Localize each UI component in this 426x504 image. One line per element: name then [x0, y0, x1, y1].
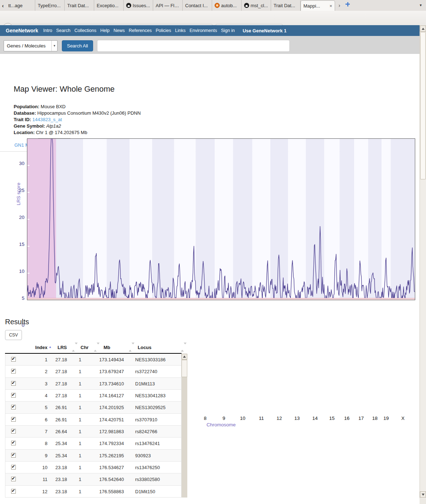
tab-title: Issues...: [133, 3, 150, 8]
row-checkbox[interactable]: [11, 477, 16, 481]
cell-chr: 1: [79, 381, 81, 386]
vertical-scrollbar[interactable]: [420, 25, 426, 498]
cell-mb: 174.201925: [99, 405, 124, 410]
row-checkbox[interactable]: [11, 405, 16, 409]
cell-locus: rs3707910: [135, 417, 157, 422]
x-tick-label: 8: [200, 416, 211, 421]
page-title: Map Viewer: Whole Genome: [14, 84, 115, 94]
nav-item-links[interactable]: Links: [175, 28, 185, 33]
nav-item-sign-in[interactable]: Sign in: [221, 28, 235, 33]
nav-item-collections[interactable]: Collections: [74, 28, 96, 33]
cell-index: 5: [27, 405, 47, 410]
browser-tab-active[interactable]: Mappi...×: [301, 0, 335, 11]
scroll-up-icon[interactable]: [420, 26, 426, 32]
cell-mb: 174.792334: [99, 441, 124, 446]
row-checkbox[interactable]: [11, 369, 16, 374]
cell-index: 12: [27, 489, 47, 494]
tab-scroll-left-icon[interactable]: ‹: [0, 0, 6, 11]
column-header-chr[interactable]: Chr: [81, 345, 88, 350]
nav-item-intro[interactable]: Intro: [43, 28, 52, 33]
browser-tab[interactable]: Exceptio...: [94, 0, 124, 11]
sort-icon[interactable]: [72, 344, 75, 350]
trait-field: Population: Mouse BXD: [14, 104, 141, 110]
scroll-down-icon[interactable]: [420, 491, 426, 498]
row-checkbox[interactable]: [11, 453, 16, 458]
site-navbar: GeneNetwork IntroSearchCollectionsHelpNe…: [0, 25, 420, 36]
browser-tab[interactable]: autob...: [212, 0, 242, 11]
trait-field: Database: Hippocampus Consortium M430v2 …: [14, 110, 141, 116]
nav-item-policies[interactable]: Policies: [156, 28, 171, 33]
trait-field: Location: Chr 1 @ 174.202675 Mb: [14, 129, 141, 136]
row-checkbox[interactable]: [11, 393, 16, 398]
row-checkbox[interactable]: [11, 441, 16, 445]
row-checkbox[interactable]: [11, 489, 16, 494]
nav-items: IntroSearchCollectionsHelpNewsReferences…: [43, 28, 235, 33]
browser-tab[interactable]: Issues...: [124, 0, 153, 11]
x-tick-label: 11: [256, 416, 267, 421]
browser-tab[interactable]: TypeErro...: [35, 0, 65, 11]
row-checkbox[interactable]: [11, 417, 16, 422]
table-row: 1023.181176.534627rs13476250: [5, 462, 181, 473]
trait-field: Gene Symbol: Atp1a2: [14, 123, 141, 129]
browser-tab-bar: ‹ tt...ageTypeErro...Trait Dat...Excepti…: [0, 0, 426, 11]
nav-item-environments[interactable]: Environments: [189, 28, 217, 33]
browser-tab[interactable]: mst_cl...: [242, 0, 271, 11]
table-scrollbar-thumb[interactable]: [182, 360, 187, 377]
all-tabs-caret-icon[interactable]: ▾: [420, 3, 422, 8]
nav-item-references[interactable]: References: [129, 28, 152, 33]
cell-index: 3: [27, 381, 47, 386]
row-checkbox[interactable]: [11, 357, 16, 362]
results-rows: 127.181173.149434NES13033186227.181173.6…: [5, 354, 182, 498]
tab-strip: tt...ageTypeErro...Trait Dat...Exceptio.…: [6, 0, 335, 11]
row-checkbox[interactable]: [11, 429, 16, 434]
column-header-locus[interactable]: Locus: [138, 345, 151, 350]
sort-icon[interactable]: [94, 344, 97, 350]
browser-tab[interactable]: tt...age: [6, 0, 35, 11]
column-header-index[interactable]: Index: [22, 345, 47, 350]
autobuild-icon: [215, 3, 220, 8]
cell-lrs: 23.18: [55, 465, 67, 470]
sort-icon[interactable]: [181, 344, 184, 350]
browser-tab[interactable]: API — Fla...: [153, 0, 183, 11]
tab-title: autob...: [221, 3, 239, 8]
nav-item-search[interactable]: Search: [56, 28, 70, 33]
sort-asc-icon[interactable]: ▲: [49, 345, 52, 349]
select-caret-icon: ▼: [51, 41, 57, 51]
page: GeneNetwork IntroSearchCollectionsHelpNe…: [0, 25, 420, 498]
nav-item-help[interactable]: Help: [100, 28, 110, 33]
search-all-button[interactable]: Search All: [62, 40, 93, 51]
browser-tab[interactable]: Contact I...: [183, 0, 212, 11]
site-search-input[interactable]: [97, 40, 290, 52]
cell-mb: 172.981863: [99, 429, 124, 434]
cell-chr: 1: [79, 417, 81, 422]
x-tick-label: 12: [274, 416, 285, 421]
cell-locus: rs13476241: [135, 441, 160, 446]
use-genenetwork1-link[interactable]: Use GeneNetwork 1: [243, 28, 287, 33]
new-tab-button[interactable]: [344, 0, 352, 11]
csv-button[interactable]: CSV: [5, 330, 22, 340]
brand-link[interactable]: GeneNetwork: [6, 28, 38, 33]
row-checkbox[interactable]: [11, 465, 16, 469]
trait-id-link[interactable]: 1443823_s_at: [31, 117, 62, 122]
tab-close-icon[interactable]: ×: [329, 4, 332, 8]
scroll-up-icon[interactable]: [182, 354, 187, 359]
trait-field-value: Mouse BXD: [40, 104, 66, 109]
cell-mb: 174.164127: [99, 393, 124, 398]
browser-toolbar: ← test-gn2.genenetwork.org/marker_regres…: [0, 11, 426, 26]
cell-mb: 176.542640: [99, 477, 124, 482]
tab-scroll-right-icon[interactable]: ›: [335, 0, 344, 11]
row-checkbox[interactable]: [11, 381, 16, 386]
y-tick-label: 20: [14, 215, 24, 220]
vertical-scrollbar-thumb[interactable]: [420, 32, 426, 179]
column-header-lrs[interactable]: LRS: [58, 345, 67, 350]
browser-tab[interactable]: Trait Dat...: [271, 0, 301, 11]
cell-chr: 1: [79, 441, 81, 446]
search-category-select[interactable]: Genes / Molecules ▼: [4, 40, 58, 51]
table-scrollbar[interactable]: [182, 354, 187, 498]
nav-item-news[interactable]: News: [114, 28, 125, 33]
cell-lrs: 26.91: [55, 417, 67, 422]
sort-icon[interactable]: [129, 344, 132, 350]
trait-field: Trait ID: 1443823_s_at: [14, 116, 141, 123]
browser-tab[interactable]: Trait Dat...: [65, 0, 94, 11]
column-header-mb[interactable]: Mb: [104, 345, 110, 350]
